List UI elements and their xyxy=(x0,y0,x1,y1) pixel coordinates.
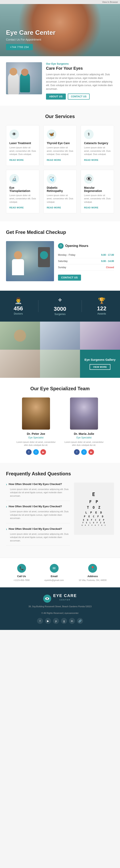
faq-arrow-2: › xyxy=(6,505,7,508)
service-readmore-1[interactable]: READ MORE xyxy=(9,159,24,161)
surgeries-number: 3000 xyxy=(54,306,66,312)
hero-subtitle: Contact Us For Appointment xyxy=(6,38,55,41)
doctors-label: Doctors xyxy=(13,312,23,315)
gallery-cell-3 xyxy=(80,321,120,350)
service-readmore-6[interactable]: READ MORE xyxy=(84,206,98,209)
gallery-view-more-button[interactable]: VIEW MORE xyxy=(90,364,111,370)
footer-facebook-icon[interactable]: f xyxy=(37,618,43,624)
footer: EYE CARE CENTER 39, Srg-Building Rooseve… xyxy=(0,587,120,630)
footer-link-icon[interactable]: 🔗 xyxy=(77,618,83,624)
hero-phone-button[interactable]: +744 7793 234 xyxy=(6,44,33,50)
doctor-figures xyxy=(8,72,30,94)
team-grid: Dr. Peter Joe Eye Specialist Lorem ipsum… xyxy=(6,398,114,455)
team-section: Our Eye Specialized Team Dr. Peter Joe E… xyxy=(0,378,120,463)
service-icon-6: 👁‍🗨 xyxy=(84,174,93,184)
faq-question-1[interactable]: › How Often Should I Get My Eyes Checked… xyxy=(6,483,70,486)
faq-question-2[interactable]: › How Often Should I Get My Eyes Checked… xyxy=(6,505,70,508)
service-card-1: 👁 Laser Treatment Lorem ipsum dolor sit … xyxy=(6,125,39,166)
clock-icon: ⏱ xyxy=(58,243,64,249)
hours-day-1: Monday - Friday xyxy=(58,253,75,256)
service-icon-1: 👁 xyxy=(9,129,19,139)
service-readmore-2[interactable]: READ MORE xyxy=(47,159,61,161)
contact-call-value: +1123-456-7890 xyxy=(13,579,30,581)
gallery-overlay-cell: Eye Surgeons Gallery VIEW MORE xyxy=(80,350,120,378)
footer-linkedin-icon[interactable]: in xyxy=(69,618,75,624)
footer-copy: © All Rights Reserved | eyecarecenter xyxy=(6,612,114,615)
contact-address-label: Address xyxy=(87,575,98,578)
contact-us-button[interactable]: CONTACT US xyxy=(68,94,90,99)
twitter-icon-1[interactable]: t xyxy=(33,449,39,455)
youtube-icon-2[interactable]: ▶ xyxy=(88,449,94,455)
service-icon-3: ⚕ xyxy=(84,129,93,139)
hours-rows: Monday - Friday 9.00 - 17.00 Saturday 9.… xyxy=(58,252,114,271)
footer-logo-text: EYE CARE CENTER xyxy=(53,593,77,603)
hero-title: Eye Care Center xyxy=(6,29,55,36)
about-image xyxy=(6,62,42,94)
location-icon: 📍 xyxy=(88,564,97,573)
service-desc-4: Lorem ipsum dolor sit amet, consectetur … xyxy=(9,194,36,204)
service-name-5: Diabetic Retinopathy xyxy=(47,186,73,192)
facebook-icon-1[interactable]: f xyxy=(26,449,32,455)
service-readmore-4[interactable]: READ MORE xyxy=(9,206,24,209)
team-title: Our Eye Specialized Team xyxy=(6,386,114,392)
footer-address: 39, Srg-Building Roosevelt Street, Beach… xyxy=(6,605,114,608)
faq-question-3[interactable]: › How Often Should I Get My Eyes Checked… xyxy=(6,527,70,531)
faq-answer-1: Lorem ipsum dolor sit amet, consectetur … xyxy=(6,488,70,498)
service-readmore-3[interactable]: READ MORE xyxy=(84,159,98,161)
faq-content: › How Often Should I Get My Eyes Checked… xyxy=(6,483,70,550)
service-name-1: Laser Treatment xyxy=(9,142,36,145)
svg-point-4 xyxy=(47,598,48,599)
team-member-1-desc: Lorem ipsum dolor sit amet, consectetur … xyxy=(16,441,56,447)
topbar: View In Browser xyxy=(0,0,120,4)
footer-google-icon[interactable]: g xyxy=(61,618,67,624)
about-heading: Care For Your Eyes xyxy=(46,66,114,71)
service-desc-5: Lorem ipsum dolor sit amet, consectetur … xyxy=(47,194,73,204)
faq-item-1: › How Often Should I Get My Eyes Checked… xyxy=(6,483,70,501)
contact-bar: 📞 Call Us +1123-456-7890 ✉ Email eyeinfo… xyxy=(0,558,120,587)
service-name-3: Cataracts Surgery xyxy=(84,142,111,145)
youtube-icon-1[interactable]: ▶ xyxy=(40,449,46,455)
service-readmore-5[interactable]: READ MORE xyxy=(47,206,61,209)
service-desc-2: Lorem ipsum dolor sit amet, consectetur … xyxy=(47,146,73,156)
awards-number: 122 xyxy=(97,306,107,311)
checkup-person-figure xyxy=(10,251,26,281)
doctor-figure-2 xyxy=(20,72,30,92)
twitter-icon-2[interactable]: t xyxy=(81,449,87,455)
facebook-icon-2[interactable]: f xyxy=(74,449,80,455)
contact-address-value: 10 Vita, Fostoria, OH, 44830 xyxy=(79,579,107,581)
medical-device xyxy=(38,247,50,267)
contact-call-label: Call Us xyxy=(17,575,26,578)
awards-icon: 🏆 xyxy=(97,297,107,304)
stat-doctors: 👨‍⚕️ 456 Doctors xyxy=(13,297,23,315)
service-desc-3: Lorem ipsum dolor sit amet, consectetur … xyxy=(84,146,111,156)
contact-btn-wrap: CONTACT US xyxy=(58,275,114,281)
phone-icon: 📞 xyxy=(17,564,26,573)
faq-question-text-3: How Often Should I Get My Eyes Checked? xyxy=(9,527,62,530)
hero-section: Eye Care Center Contact Us For Appointme… xyxy=(0,4,120,56)
services-title: Our Services xyxy=(6,114,114,119)
footer-pinterest-icon[interactable]: p xyxy=(53,618,59,624)
services-section: Our Services 👁 Laser Treatment Lorem ips… xyxy=(0,105,120,221)
service-card-5: 🩺 Diabetic Retinopathy Lorem ipsum dolor… xyxy=(43,170,77,214)
about-us-button[interactable]: ABOUT US xyxy=(46,94,66,99)
hours-box: ⏱ Opening Hours Monday - Friday 9.00 - 1… xyxy=(58,241,114,283)
faq-arrow-3: › xyxy=(6,528,7,531)
about-buttons: ABOUT US CONTACT US xyxy=(46,94,114,99)
team-member-1-name: Dr. Peter Joe xyxy=(16,432,56,435)
checkup-contact-button[interactable]: CONTACT US xyxy=(58,275,81,281)
hours-time-3: Closed xyxy=(106,266,114,269)
team-member-1-role: Eye Specialist xyxy=(16,436,56,439)
service-card-2: 🦋 Thyroid Eye Care Lorem ipsum dolor sit… xyxy=(43,125,77,166)
faq-arrow-1: › xyxy=(6,483,7,486)
service-card-3: ⚕ Cataracts Surgery Lorem ipsum dolor si… xyxy=(81,125,114,166)
contact-email-value: eyeinfo@gmail.com xyxy=(45,579,64,581)
about-section: Our Eye Surgeons Care For Your Eyes Lore… xyxy=(0,56,120,105)
service-name-6: Macular Degeneration xyxy=(84,186,111,192)
footer-youtube-icon[interactable]: ▶ xyxy=(45,618,51,624)
doctors-number: 456 xyxy=(13,306,23,311)
hours-time-2: 9.00 - 14.00 xyxy=(101,260,114,262)
faq-section: Frequently Asked Questions › How Often S… xyxy=(0,463,120,558)
footer-logo-icon xyxy=(43,595,51,602)
service-icon-2: 🦋 xyxy=(47,129,56,139)
hours-header: ⏱ Opening Hours xyxy=(58,243,114,249)
